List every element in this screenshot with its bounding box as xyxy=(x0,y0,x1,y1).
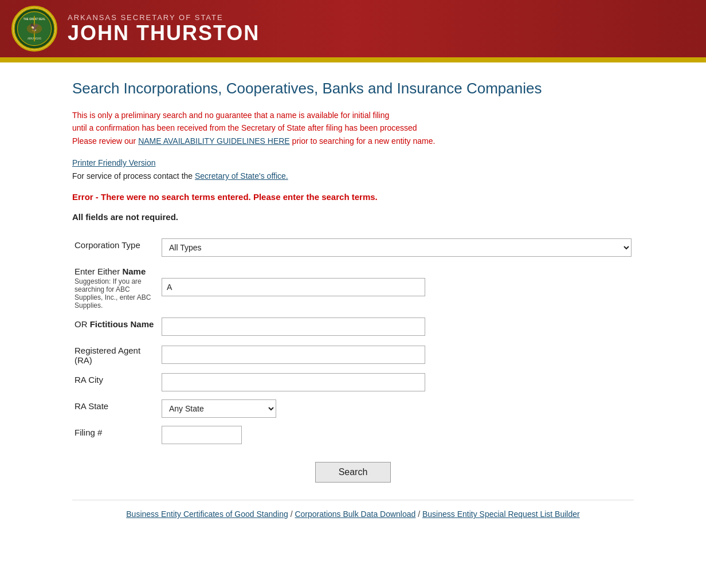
fields-note: All fields are not required. xyxy=(72,212,634,222)
fictitious-label-pre: OR xyxy=(74,319,90,329)
name-row: Enter Either Name Suggestion: If you are… xyxy=(72,261,634,313)
ra-state-row: RA State Any StateALAKAZARCACOCTDEFLGAHI… xyxy=(72,395,634,422)
corp-type-row: Corporation Type All TypesDomestic Corpo… xyxy=(72,234,634,261)
search-button[interactable]: Search xyxy=(315,462,391,483)
search-form: Corporation Type All TypesDomestic Corpo… xyxy=(72,234,634,448)
svg-text:🦅: 🦅 xyxy=(30,22,40,32)
page-title: Search Incorporations, Cooperatives, Ban… xyxy=(72,80,634,97)
name-suggestion: Suggestion: If you are searching for ABC… xyxy=(74,277,157,309)
bulk-data-link[interactable]: Corporations Bulk Data Download xyxy=(295,509,415,519)
name-label-pre: Enter Either xyxy=(74,266,122,276)
ra-row: Registered Agent (RA) xyxy=(72,340,634,369)
secretary-office-link[interactable]: Secretary of State's office. xyxy=(195,171,288,181)
filing-input[interactable] xyxy=(162,426,242,444)
header: THE GREAT SEAL ARKANSAS 🦅 Arkansas Secre… xyxy=(0,0,706,60)
corp-type-select[interactable]: All TypesDomestic CorporationForeign Cor… xyxy=(162,238,632,257)
main-content: Search Incorporations, Cooperatives, Ban… xyxy=(38,62,668,542)
disclaimer-suffix: prior to searching for a new entity name… xyxy=(290,136,436,146)
ra-input[interactable] xyxy=(162,346,425,364)
fictitious-row: OR Fictitious Name xyxy=(72,313,634,340)
fictitious-label-bold: Fictitious Name xyxy=(90,319,154,329)
footer-separator2: / xyxy=(418,509,422,519)
filing-label: Filing # xyxy=(72,422,159,448)
service-text-pre: For service of process contact the xyxy=(72,171,193,181)
ra-state-select[interactable]: Any StateALAKAZARCACOCTDEFLGAHIIDILINIAK… xyxy=(162,399,276,418)
name-input[interactable] xyxy=(162,278,425,296)
header-subtitle: Arkansas Secretary of State xyxy=(68,13,260,22)
footer-links: Business Entity Certificates of Good Sta… xyxy=(72,500,634,519)
ra-label: Registered Agent (RA) xyxy=(72,340,159,369)
ra-city-row: RA City xyxy=(72,369,634,395)
ra-city-input[interactable] xyxy=(162,373,425,391)
special-request-link[interactable]: Business Entity Special Request List Bui… xyxy=(422,509,580,519)
fictitious-input[interactable] xyxy=(162,317,425,336)
error-message: Error - There were no search terms enter… xyxy=(72,192,634,202)
name-availability-link[interactable]: NAME AVAILABILITY GUIDELINES HERE xyxy=(138,136,290,146)
seal: THE GREAT SEAL ARKANSAS 🦅 xyxy=(11,6,57,52)
service-text: For service of process contact the Secre… xyxy=(72,171,288,181)
good-standing-link[interactable]: Business Entity Certificates of Good Sta… xyxy=(126,509,288,519)
corp-type-label: Corporation Type xyxy=(72,234,159,261)
search-button-row: Search xyxy=(72,462,634,483)
header-text-block: Arkansas Secretary of State JOHN THURSTO… xyxy=(68,13,260,45)
ra-city-label: RA City xyxy=(72,369,159,395)
ra-state-label: RA State xyxy=(72,395,159,422)
disclaimer-text: This is only a preliminary search and no… xyxy=(72,109,634,147)
header-title: JOHN THURSTON xyxy=(68,22,260,45)
seal-icon: THE GREAT SEAL ARKANSAS 🦅 xyxy=(13,7,56,50)
printer-link[interactable]: Printer Friendly Version xyxy=(72,158,156,167)
name-label-bold: Name xyxy=(122,266,146,276)
filing-row: Filing # xyxy=(72,422,634,448)
